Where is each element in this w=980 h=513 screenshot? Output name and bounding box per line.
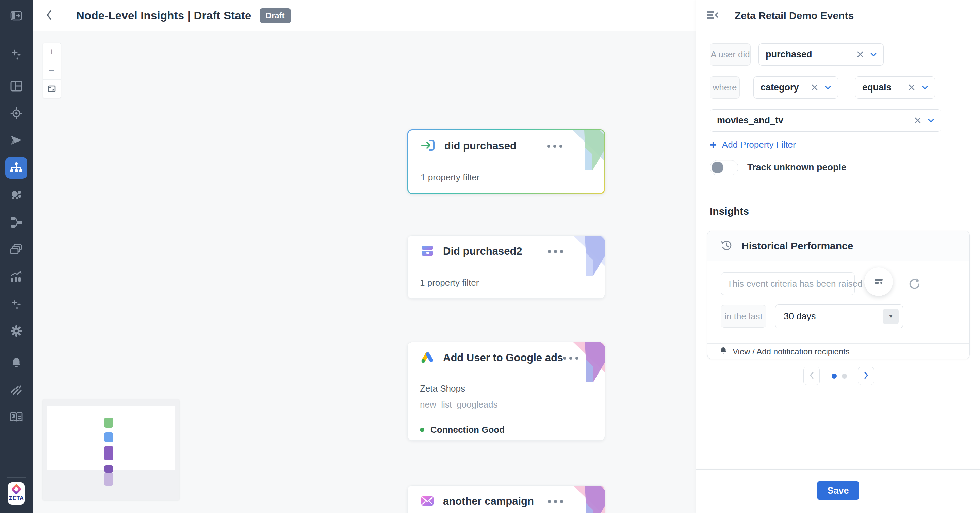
panel-header-divider — [725, 0, 725, 31]
back-chevron-icon — [46, 10, 52, 21]
sidebar-item-dashboard[interactable] — [5, 75, 27, 97]
node-title: another campaign — [443, 495, 534, 508]
sidebar-item-analytics[interactable] — [5, 266, 27, 287]
node-menu-button[interactable] — [563, 357, 579, 360]
in-the-last-chip: in the last — [721, 305, 766, 327]
canvas-minimap[interactable] — [43, 399, 179, 500]
node-did-purchased2[interactable]: Did purchased2 1 property filter — [407, 235, 605, 299]
status-badge: Draft — [259, 8, 291, 23]
node-corner-decoration — [554, 486, 605, 513]
event-select[interactable]: purchased — [759, 43, 884, 66]
clear-icon[interactable] — [914, 117, 921, 124]
node-another-campaign[interactable]: another campaign — [407, 486, 605, 513]
zoom-out-button[interactable]: − — [43, 61, 60, 79]
panel-footer-divider — [696, 469, 980, 470]
node-corner-decoration — [554, 236, 605, 276]
flow-chart-icon — [10, 161, 23, 174]
sidebar-item-audiences[interactable] — [5, 184, 27, 206]
card-title: Historical Performance — [741, 240, 853, 252]
property-select[interactable]: category — [753, 76, 838, 98]
notification-recipients-row[interactable]: View / Add notification recipients — [708, 343, 969, 360]
event-entry-icon — [421, 138, 436, 153]
chevron-down-icon[interactable] — [870, 53, 877, 56]
page-title: Node-Level Insights | Draft State — [76, 9, 251, 22]
node-add-user-google-ads[interactable]: Add User to Google ads Zeta Shops new_li… — [407, 342, 605, 440]
clear-icon[interactable] — [857, 51, 864, 58]
sidebar-item-knowledge-base[interactable]: A — [5, 406, 27, 428]
filter-settings-button[interactable] — [864, 267, 893, 296]
edge-connector — [506, 298, 506, 342]
a-user-did-chip: A user did — [710, 43, 751, 66]
node-connection-name: Zeta Shops — [420, 383, 592, 394]
pagination-dot-active[interactable] — [832, 373, 837, 379]
chevron-down-icon[interactable] — [825, 86, 831, 89]
sidebar-item-assistant[interactable] — [5, 293, 27, 314]
time-range-select[interactable]: 30 days ▼ — [775, 305, 903, 328]
node-menu-button[interactable] — [548, 250, 563, 253]
sidebar-item-workflows[interactable] — [5, 211, 27, 233]
sidebar-item-journeys-active[interactable] — [5, 157, 27, 179]
sidebar-item-campaigns[interactable] — [5, 130, 27, 151]
node-did-purchased[interactable]: did purchased 1 property filter — [407, 129, 605, 194]
toggle-label: Track unknown people — [747, 162, 846, 173]
plus-icon: + — [710, 139, 717, 150]
sliders-icon — [872, 275, 885, 289]
minimap-node — [104, 473, 113, 486]
app-root: A ZETA Node-Level Insights | Draft State… — [0, 0, 980, 513]
panel-title: Zeta Retail Demo Events — [735, 10, 854, 21]
sparkles-icon — [10, 48, 23, 61]
minimap-node — [104, 465, 113, 473]
minimap-node — [104, 432, 113, 442]
sidebar-item-ai-sparkles[interactable] — [5, 44, 27, 65]
card-header: Historical Performance — [708, 231, 969, 261]
sidebar-item-content[interactable] — [5, 238, 27, 260]
minimap-node — [104, 446, 113, 460]
pagination-next-button[interactable] — [858, 367, 874, 385]
knowledge-book-icon: A — [10, 411, 23, 423]
track-unknown-people-row: Track unknown people — [710, 160, 846, 175]
sparkle-icon — [10, 298, 22, 310]
value-select[interactable]: movies_and_tv — [710, 109, 941, 132]
dropdown-triangle-icon: ▼ — [883, 308, 899, 324]
clear-icon[interactable] — [811, 84, 818, 91]
journey-canvas[interactable]: + − did purchased 1 property filter — [33, 31, 696, 513]
zeta-diamond-icon — [11, 484, 21, 494]
layout-icon — [10, 81, 22, 92]
node-menu-button[interactable] — [547, 145, 563, 148]
pagination-dot[interactable] — [842, 373, 847, 379]
campaign-envelope-icon — [420, 494, 435, 509]
chevron-down-icon[interactable] — [922, 86, 928, 89]
collection-icon — [10, 244, 23, 255]
node-corner-decoration — [553, 130, 604, 170]
gear-icon — [10, 324, 23, 338]
node-title: did purchased — [444, 140, 517, 152]
zoom-in-button[interactable]: + — [43, 43, 60, 61]
sidebar-item-notifications[interactable] — [5, 352, 27, 373]
edge-connector — [506, 192, 506, 235]
chevron-down-icon[interactable] — [928, 119, 934, 122]
sidebar-divider — [7, 70, 26, 70]
back-button[interactable] — [33, 0, 65, 31]
send-icon — [10, 135, 22, 146]
save-button[interactable]: Save — [817, 481, 859, 500]
sidebar-panel-toggle-icon[interactable] — [5, 5, 27, 27]
track-unknown-people-toggle[interactable] — [710, 160, 738, 175]
operator-select[interactable]: equals — [855, 76, 935, 98]
node-menu-button[interactable] — [548, 500, 563, 503]
zeta-logo[interactable]: ZETA — [8, 482, 25, 505]
node-filter-count: 1 property filter — [420, 278, 592, 288]
refresh-button[interactable] — [907, 277, 921, 292]
fit-view-button[interactable] — [43, 79, 60, 98]
node-title: Add User to Google ads — [443, 352, 563, 364]
audience-bubbles-icon — [10, 189, 23, 201]
sidebar-item-status[interactable] — [5, 379, 27, 401]
add-property-filter-button[interactable]: + Add Property Filter — [710, 139, 796, 150]
panel-collapse-button[interactable] — [701, 0, 725, 31]
minimap-node — [104, 418, 113, 427]
sidebar-item-settings[interactable] — [5, 320, 27, 342]
clear-icon[interactable] — [908, 84, 915, 91]
pagination-prev-button[interactable] — [803, 367, 820, 385]
sidebar-divider — [7, 477, 26, 478]
historical-performance-card: Historical Performance This event criter… — [707, 231, 970, 359]
sidebar-item-targeting[interactable] — [5, 102, 27, 124]
